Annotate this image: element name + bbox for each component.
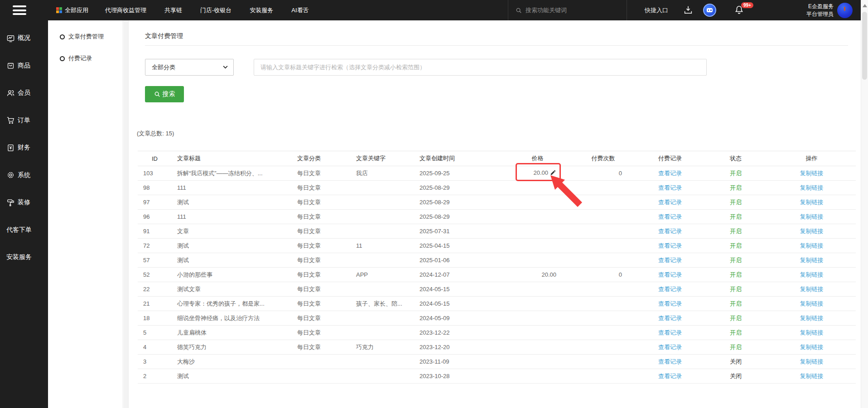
view-records-link[interactable]: 查看记录 xyxy=(658,170,682,177)
cell-status: 开启 xyxy=(704,239,767,253)
cell-status: 开启 xyxy=(704,224,767,239)
copy-link[interactable]: 复制链接 xyxy=(800,358,824,365)
status-badge: 关闭 xyxy=(730,358,742,365)
hamburger-menu-icon[interactable] xyxy=(13,5,27,15)
page-scrollbar[interactable] xyxy=(861,0,868,408)
sidebar-item-orders[interactable]: 订单 xyxy=(0,107,48,134)
cell-title: 测试 xyxy=(172,195,292,210)
sidebar-item-finance[interactable]: 财务 xyxy=(0,134,48,162)
sidebar-item-system[interactable]: 系统 xyxy=(0,162,48,189)
topnav-item[interactable]: AI看舌 xyxy=(291,6,309,14)
navbar-search[interactable] xyxy=(508,0,627,20)
view-records-link[interactable]: 查看记录 xyxy=(658,300,682,307)
view-records-link[interactable]: 查看记录 xyxy=(658,286,682,293)
main-sidebar: 概况商品会员订单财务系统装修代客下单安装服务 xyxy=(0,20,48,408)
cell-status: 开启 xyxy=(704,282,767,297)
cell-category xyxy=(292,369,351,384)
topnav-item[interactable]: 共享链 xyxy=(164,6,182,14)
cell-keyword xyxy=(351,282,414,297)
scroll-up-arrow-icon[interactable] xyxy=(863,4,867,7)
submenu-item[interactable]: 付费记录 xyxy=(48,48,123,69)
cell-action: 复制链接 xyxy=(767,253,856,268)
sidebar-item-label: 安装服务 xyxy=(6,253,32,261)
copy-link[interactable]: 复制链接 xyxy=(800,228,824,235)
view-records-link[interactable]: 查看记录 xyxy=(658,242,682,249)
cell-status: 开启 xyxy=(704,268,767,282)
sidebar-item-overview[interactable]: 概况 xyxy=(0,24,48,52)
copy-link[interactable]: 复制链接 xyxy=(800,199,824,206)
table-row: 103拆解“我店模式”——冻结积分、...每日文章我店2025-09-2520.… xyxy=(138,166,856,181)
cell-record: 查看记录 xyxy=(636,268,704,282)
view-records-link[interactable]: 查看记录 xyxy=(658,257,682,264)
cell-category: 每日文章 xyxy=(292,326,351,340)
keyword-search-input[interactable] xyxy=(254,59,707,76)
table-row: 2测试2023-10-28查看记录关闭复制链接 xyxy=(138,369,856,384)
sidebar-item-proxy-order[interactable]: 代客下单 xyxy=(0,216,48,244)
search-button-icon xyxy=(154,91,160,97)
view-records-link[interactable]: 查看记录 xyxy=(658,315,682,322)
view-records-link[interactable]: 查看记录 xyxy=(658,344,682,350)
main-content: 文章付费管理 全部分类 搜索 (文章总数: 15) ID文章标题文章分类文章关键… xyxy=(129,20,861,408)
copy-link[interactable]: 复制链接 xyxy=(800,271,824,278)
sidebar-item-members[interactable]: 会员 xyxy=(0,79,48,107)
copy-link[interactable]: 复制链接 xyxy=(800,257,824,264)
cell-price xyxy=(505,239,570,253)
cell-status: 开启 xyxy=(704,210,767,224)
topnav-item[interactable]: 代理商收益管理 xyxy=(105,6,146,14)
copy-link[interactable]: 复制链接 xyxy=(800,300,824,307)
all-apps-button[interactable]: 全部应用 xyxy=(56,0,88,20)
cell-pay-count xyxy=(570,282,636,297)
copy-link[interactable]: 复制链接 xyxy=(800,242,824,249)
view-records-link[interactable]: 查看记录 xyxy=(658,228,682,235)
copy-link[interactable]: 复制链接 xyxy=(800,315,824,322)
avatar[interactable] xyxy=(837,3,853,18)
copy-link[interactable]: 复制链接 xyxy=(800,170,824,177)
cell-id: 97 xyxy=(138,195,172,210)
account-info[interactable]: E企盈服务 平台管理员 xyxy=(779,3,834,18)
price-value: 20.00 xyxy=(541,271,556,278)
edit-price-icon[interactable] xyxy=(550,169,556,177)
view-records-link[interactable]: 查看记录 xyxy=(658,199,682,206)
cell-created: 2025-08-29 xyxy=(414,181,505,195)
cell-keyword: 巧克力 xyxy=(351,340,414,355)
view-records-link[interactable]: 查看记录 xyxy=(658,373,682,379)
search-button[interactable]: 搜索 xyxy=(145,86,184,102)
cell-action: 复制链接 xyxy=(767,166,856,181)
submenu-item[interactable]: 文章付费管理 xyxy=(48,26,123,48)
topnav-item[interactable]: 门店-收银台 xyxy=(200,6,231,14)
column-header: 文章关键字 xyxy=(351,151,414,166)
status-badge: 开启 xyxy=(730,257,742,264)
copy-link[interactable]: 复制链接 xyxy=(800,344,824,350)
view-records-link[interactable]: 查看记录 xyxy=(658,271,682,278)
orders-icon xyxy=(6,115,15,125)
copy-link[interactable]: 复制链接 xyxy=(800,286,824,293)
notification-badge: 99+ xyxy=(741,2,753,8)
cell-record: 查看记录 xyxy=(636,210,704,224)
table-row: 4德芙巧克力每日文章巧克力2023-12-20查看记录开启复制链接 xyxy=(138,340,856,355)
copy-link[interactable]: 复制链接 xyxy=(800,373,824,379)
cell-pay-count: 0 xyxy=(570,166,636,181)
cell-keyword xyxy=(351,326,414,340)
ai-assistant-icon[interactable] xyxy=(703,4,716,17)
sidebar-item-goods[interactable]: 商品 xyxy=(0,52,48,80)
view-records-link[interactable]: 查看记录 xyxy=(658,329,682,336)
copy-link[interactable]: 复制链接 xyxy=(800,184,824,191)
view-records-link[interactable]: 查看记录 xyxy=(658,213,682,220)
sidebar-item-label: 商品 xyxy=(18,62,30,70)
topnav-item[interactable]: 安装服务 xyxy=(250,6,273,14)
copy-link[interactable]: 复制链接 xyxy=(800,329,824,336)
cell-status: 开启 xyxy=(704,297,767,311)
scrollbar-thumb[interactable] xyxy=(862,12,867,80)
sidebar-item-decorate[interactable]: 装修 xyxy=(0,189,48,216)
status-badge: 开启 xyxy=(730,170,742,177)
quick-entry-link[interactable]: 快捷入口 xyxy=(645,0,668,20)
copy-link[interactable]: 复制链接 xyxy=(800,213,824,220)
category-select[interactable]: 全部分类 xyxy=(145,59,234,76)
navbar-search-input[interactable] xyxy=(526,7,616,14)
download-icon[interactable] xyxy=(683,5,694,16)
view-records-link[interactable]: 查看记录 xyxy=(658,358,682,365)
view-records-link[interactable]: 查看记录 xyxy=(658,184,682,191)
cell-action: 复制链接 xyxy=(767,369,856,384)
sidebar-item-install-service[interactable]: 安装服务 xyxy=(0,244,48,271)
cell-category: 每日文章 xyxy=(292,166,351,181)
